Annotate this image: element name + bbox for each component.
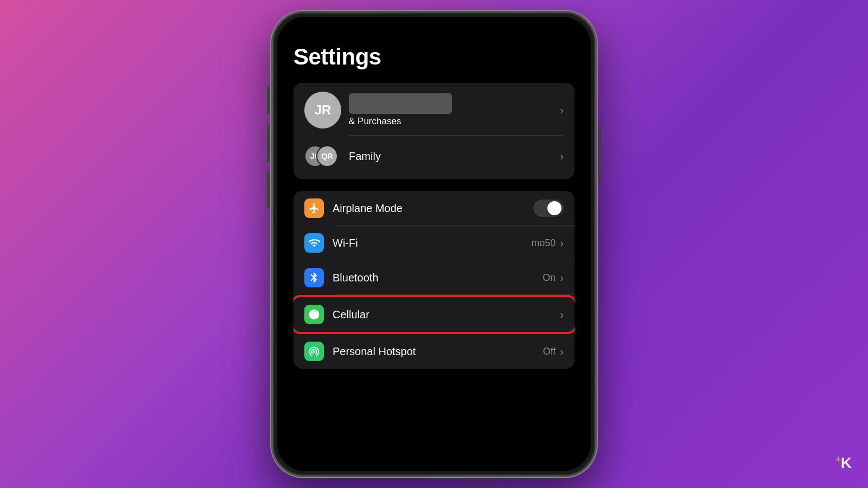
mute-button [267,87,270,114]
cellular-icon-bg [304,305,324,324]
watermark-letter: K [841,454,852,471]
bluetooth-icon-bg [304,268,324,287]
family-label: Family [349,150,381,163]
volume-down-button [267,171,270,209]
wifi-icon-bg [304,233,324,253]
phone-mockup: Settings JR & Purchases › [271,11,597,477]
profile-left: JR & Purchases [304,92,452,129]
bluetooth-label: Bluetooth [333,272,542,284]
wifi-value: mo50 [531,237,556,249]
airplane-mode-toggle[interactable] [533,200,564,217]
profile-chevron-icon: › [560,104,564,117]
phone-frame: Settings JR & Purchases › [271,11,597,477]
profile-text: & Purchases [349,93,452,127]
family-avatars: JC QR [304,144,341,168]
cellular-row-highlighted[interactable]: Cellular › [293,295,575,334]
phone-screen: Settings JR & Purchases › [277,17,591,471]
airplane-mode-row[interactable]: Airplane Mode [293,191,575,226]
profile-card[interactable]: JR & Purchases › JC [293,83,575,179]
avatar: JR [304,92,341,129]
airplane-icon [308,202,320,214]
cellular-row-inner: Cellular › [293,297,575,332]
family-row[interactable]: JC QR Family › [304,142,564,170]
cellular-chevron-icon: › [560,309,564,321]
hotspot-chevron-icon: › [560,345,564,358]
airplane-mode-label: Airplane Mode [333,202,533,215]
profile-name-blurred [349,93,452,114]
airplane-mode-icon-bg [304,198,324,218]
settings-title: Settings [293,44,575,70]
profile-main-row[interactable]: JR & Purchases › [304,92,564,129]
cellular-label: Cellular [333,309,560,321]
volume-up-button [267,125,270,163]
bluetooth-chevron-icon: › [560,272,564,284]
watermark: +K [835,454,852,472]
screen-content: Settings JR & Purchases › [277,17,591,471]
bluetooth-value: On [542,272,556,284]
wifi-chevron-icon: › [560,237,564,249]
hotspot-icon-bg [304,342,324,361]
hotspot-value: Off [543,346,556,357]
family-avatar-qr: QR [316,145,338,167]
family-left: JC QR Family [304,144,381,168]
airplane-mode-toggle-knob [547,201,561,215]
profile-divider [349,135,564,136]
bluetooth-icon [308,272,320,284]
profile-subtitle: & Purchases [349,116,452,127]
cellular-icon [308,309,320,320]
wifi-icon [308,237,320,249]
watermark-symbol: + [835,454,840,464]
bluetooth-row[interactable]: Bluetooth On › [293,260,575,295]
hotspot-label: Personal Hotspot [333,345,543,358]
hotspot-icon [308,345,320,357]
family-chevron-icon: › [560,150,564,163]
connectivity-settings-section: Airplane Mode Wi-Fi mo50 [293,191,575,369]
power-button [598,125,601,184]
wifi-label: Wi-Fi [333,237,531,249]
wifi-row[interactable]: Wi-Fi mo50 › [293,226,575,260]
hotspot-row[interactable]: Personal Hotspot Off › [293,334,575,369]
